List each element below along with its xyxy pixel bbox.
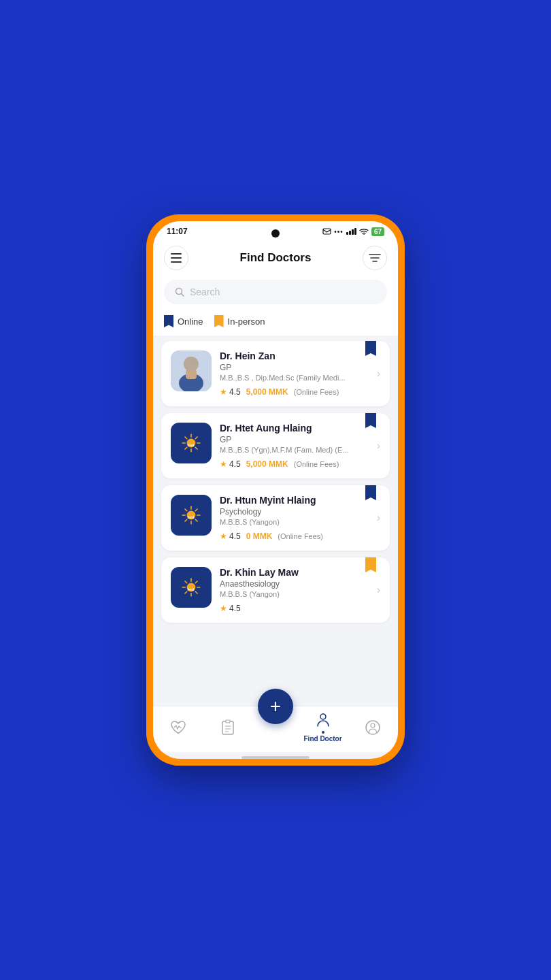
svg-line-16 [185, 437, 187, 439]
nav-item-find-doctor[interactable]: Find Doctor [303, 712, 344, 742]
doctor-specialty-4: Anaesthesiology [220, 579, 380, 589]
star-icon-3: ★ [220, 532, 227, 541]
rating-val-3: 4.5 [229, 532, 241, 541]
heal-sun-icon-4: heal [180, 576, 202, 598]
doctor-meta-3: ★ 4.5 0 MMK (Online Fees) [220, 532, 380, 541]
tab-inperson[interactable]: In-person [214, 315, 265, 327]
svg-point-48 [371, 723, 375, 728]
svg-line-6 [182, 294, 184, 297]
page-title: Find Doctors [240, 251, 312, 265]
svg-point-1 [363, 233, 365, 235]
svg-rect-10 [186, 370, 197, 379]
signal-icon [346, 228, 356, 235]
star-rating-4: ★ 4.5 [220, 604, 241, 613]
heal-sun-icon-3: heal [180, 504, 202, 526]
chevron-right-4: › [377, 584, 380, 596]
menu-button[interactable] [164, 246, 188, 270]
svg-line-39 [185, 591, 187, 593]
avatar-4: heal [171, 567, 212, 608]
tab-online[interactable]: Online [164, 315, 203, 327]
profile-icon [365, 719, 381, 736]
clipboard-icon [221, 719, 235, 736]
person-circle-icon [365, 719, 381, 736]
filter-tabs: Online In-person [153, 312, 398, 336]
nav-item-profile[interactable] [352, 719, 393, 736]
top-nav: Find Doctors [153, 239, 398, 280]
chevron-right-3: › [377, 512, 380, 524]
fee-3: 0 MMK [246, 532, 273, 541]
message-icon [322, 228, 331, 235]
tab-online-label: Online [178, 316, 203, 327]
online-bookmark-icon [164, 315, 173, 327]
doctor-info-2: Dr. Htet Aung Hlaing GP M.B.,B.S (Ygn),M… [220, 423, 380, 469]
fab-icon: + [270, 697, 281, 716]
fab-button[interactable]: + [258, 689, 293, 724]
doctor-specialty-1: GP [220, 363, 380, 372]
svg-line-19 [185, 447, 187, 449]
doctor-name-1: Dr. Hein Zan [220, 350, 380, 361]
fee-type-1: (Online Fees) [294, 388, 339, 396]
doctor-meta-4: ★ 4.5 [220, 604, 380, 613]
search-box[interactable]: Search [164, 280, 387, 304]
doctor-info-4: Dr. Khin Lay Maw Anaesthesiology M.B.B.S… [220, 567, 380, 613]
doctor-name-2: Dr. Htet Aung Hlaing [220, 423, 380, 434]
heart-pulse-icon [170, 720, 186, 735]
star-rating-1: ★ 4.5 [220, 387, 241, 397]
svg-text:heal: heal [187, 588, 194, 591]
star-rating-2: ★ 4.5 [220, 459, 241, 469]
svg-point-46 [320, 714, 326, 719]
doctor-icon [315, 712, 331, 728]
svg-line-18 [195, 437, 197, 439]
phone-frame: 11:07 ••• [146, 214, 405, 766]
fee-1: 5,000 MMK [246, 387, 288, 397]
svg-line-28 [195, 509, 197, 511]
svg-line-17 [195, 447, 197, 449]
doctor-card-4[interactable]: heal Dr. Khin Lay Maw Anaesthesiology M.… [161, 557, 390, 623]
heal-sun-icon-2: heal [180, 432, 202, 454]
doctor-specialty-2: GP [220, 435, 380, 444]
doctor-specialty-3: Psychology [220, 507, 380, 517]
doctor-degree-1: M.B.,B.S , Dip.Med.Sc (Family Medi... [220, 374, 380, 382]
doctor-list: Dr. Hein Zan GP M.B.,B.S , Dip.Med.Sc (F… [153, 336, 398, 706]
status-time: 11:07 [167, 227, 188, 236]
search-placeholder: Search [190, 287, 220, 297]
nav-active-indicator [322, 731, 324, 734]
svg-line-38 [195, 581, 197, 583]
filter-button[interactable] [363, 246, 387, 270]
heal-logo-3: heal [171, 495, 212, 536]
doctor-card-3[interactable]: heal Dr. Htun Myint Hlaing Psychology M.… [161, 485, 390, 551]
rating-val-4: 4.5 [229, 604, 241, 613]
svg-line-37 [195, 591, 197, 593]
star-rating-3: ★ 4.5 [220, 532, 241, 541]
find-doctor-icon [315, 712, 331, 728]
doctor-card-1[interactable]: Dr. Hein Zan GP M.B.,B.S , Dip.Med.Sc (F… [161, 341, 390, 406]
star-icon-1: ★ [220, 387, 227, 397]
svg-point-8 [184, 357, 199, 372]
fee-type-3: (Online Fees) [278, 532, 323, 540]
filter-icon [369, 253, 381, 263]
hamburger-icon [171, 253, 182, 263]
heal-logo-2: heal [171, 423, 212, 463]
wifi-icon [359, 228, 369, 235]
avatar-1 [171, 350, 212, 391]
inperson-bookmark-icon [214, 315, 224, 327]
health-icon [170, 719, 186, 736]
records-icon [220, 719, 236, 736]
doctor-degree-4: M.B.B.S (Yangon) [220, 590, 380, 598]
nav-item-health[interactable] [158, 719, 199, 736]
doctor-name-4: Dr. Khin Lay Maw [220, 567, 380, 578]
nav-item-records[interactable] [207, 719, 248, 736]
svg-rect-42 [226, 720, 230, 723]
svg-line-26 [185, 509, 187, 511]
svg-line-27 [195, 519, 197, 521]
chevron-right-2: › [377, 440, 380, 452]
star-icon-4: ★ [220, 604, 227, 613]
fee-2: 5,000 MMK [246, 459, 288, 469]
tab-inperson-label: In-person [228, 316, 265, 327]
doctor-meta-1: ★ 4.5 5,000 MMK (Online Fees) [220, 387, 380, 397]
svg-text:heal: heal [187, 516, 194, 519]
doctor-card-2[interactable]: heal Dr. Htet Aung Hlaing GP M.B.,B.S (Y… [161, 413, 390, 478]
find-doctor-nav-label: Find Doctor [304, 735, 342, 742]
doctor-degree-3: M.B.B.S (Yangon) [220, 518, 380, 526]
star-icon-2: ★ [220, 459, 227, 469]
